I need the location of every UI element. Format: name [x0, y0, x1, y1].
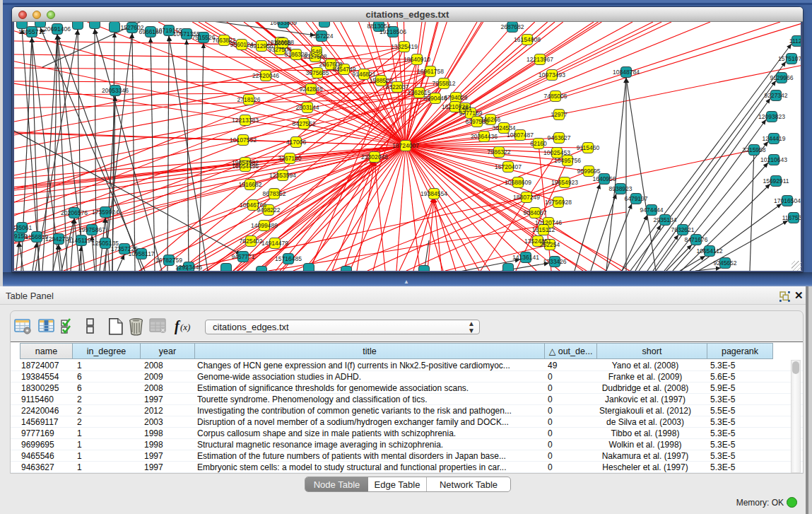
svg-text:7986322: 7986322	[487, 148, 510, 156]
svg-text:1244419: 1244419	[762, 135, 785, 142]
svg-text:23302045: 23302045	[361, 153, 388, 160]
svg-text:10688609: 10688609	[505, 179, 531, 186]
svg-text:12213967: 12213967	[526, 56, 553, 63]
svg-text:14055712: 14055712	[18, 28, 45, 35]
svg-text:9115460: 9115460	[577, 144, 600, 151]
svg-text:8427552: 8427552	[292, 120, 315, 127]
svg-text:12923446: 12923446	[175, 264, 202, 271]
svg-text:1640956: 1640956	[592, 175, 616, 182]
svg-text:3624534: 3624534	[492, 124, 515, 132]
svg-text:9245652: 9245652	[713, 259, 736, 267]
svg-text:746266: 746266	[481, 116, 501, 123]
svg-text:7485005: 7485005	[543, 93, 567, 100]
svg-text:18640910: 18640910	[404, 56, 430, 63]
svg-text:18724007: 18724007	[392, 142, 419, 149]
svg-text:12213383: 12213383	[232, 117, 259, 124]
svg-text:10807487: 10807487	[507, 132, 534, 139]
svg-text:16654496: 16654496	[232, 163, 259, 170]
svg-text:11127: 11127	[789, 37, 801, 45]
svg-text:16154808: 16154808	[514, 36, 541, 43]
svg-text:3215958: 3215958	[742, 146, 765, 153]
svg-text:7625402: 7625402	[239, 238, 262, 245]
svg-text:14136141: 14136141	[512, 254, 539, 261]
svg-text:1167534: 1167534	[782, 214, 801, 221]
svg-text:16782759: 16782759	[155, 257, 182, 264]
svg-text:6794028: 6794028	[444, 94, 467, 101]
svg-text:12977: 12977	[551, 111, 567, 118]
svg-text:1733426: 1733426	[543, 258, 566, 265]
svg-text:9084067: 9084067	[523, 209, 546, 216]
svg-text:6479197: 6479197	[624, 195, 647, 202]
svg-text:546: 546	[312, 48, 322, 55]
svg-text:12093823: 12093823	[758, 113, 785, 120]
svg-text:22420046: 22420046	[252, 72, 279, 79]
svg-text:2935134: 2935134	[653, 216, 676, 223]
svg-text:9699695: 9699695	[577, 168, 600, 175]
svg-text:19756928: 19756928	[545, 199, 572, 206]
svg-text:417006: 417006	[286, 139, 307, 146]
svg-text:17359924: 17359924	[92, 209, 119, 216]
svg-text:16058: 16058	[274, 40, 291, 47]
svg-text:16495756: 16495756	[554, 157, 581, 164]
svg-text:1615112: 1615112	[532, 226, 555, 233]
svg-text:20364436: 20364436	[471, 133, 498, 140]
svg-text:18807249: 18807249	[513, 194, 540, 201]
svg-text:20206576: 20206576	[61, 209, 88, 216]
svg-text:8322037: 8322037	[385, 83, 408, 90]
svg-text:9463627: 9463627	[547, 134, 570, 141]
svg-text:435061: 435061	[14, 224, 32, 231]
svg-text:15692911: 15692911	[763, 177, 789, 185]
svg-text:1916682: 1916682	[238, 181, 261, 188]
svg-text:20053346: 20053346	[102, 87, 129, 94]
svg-text:9474444: 9474444	[640, 206, 663, 214]
svg-text:10848784: 10848784	[613, 69, 640, 76]
svg-text:62160: 62160	[530, 140, 547, 147]
svg-text:252254: 252254	[540, 241, 560, 248]
svg-text:19975867: 19975867	[78, 226, 105, 233]
svg-text:3675685: 3675685	[305, 69, 329, 76]
svg-text:20691406: 20691406	[44, 25, 71, 33]
svg-text:11451194: 11451194	[69, 237, 95, 244]
svg-text:10973493: 10973493	[539, 71, 565, 78]
svg-text:9242848: 9242848	[299, 86, 322, 93]
svg-text:14099489: 14099489	[251, 222, 278, 229]
svg-text:17016504: 17016504	[774, 197, 801, 204]
svg-text:13325419: 13325419	[391, 43, 418, 50]
svg-text:10654112: 10654112	[696, 247, 722, 255]
svg-text:10107552: 10107552	[230, 136, 257, 144]
svg-text:10120746: 10120746	[535, 219, 562, 226]
svg-text:19654923: 19654923	[551, 179, 578, 186]
svg-text:8454749: 8454749	[332, 66, 355, 73]
svg-text:16961758: 16961758	[417, 68, 444, 75]
svg-text:14914479: 14914479	[261, 240, 288, 247]
svg-text:19218506: 19218506	[379, 28, 406, 35]
svg-text:15720407: 15720407	[495, 163, 522, 170]
svg-text:7632621: 7632621	[671, 226, 694, 233]
svg-text:9498222: 9498222	[257, 206, 280, 214]
svg-text:10958117: 10958117	[128, 250, 154, 257]
svg-text:15716485: 15716485	[275, 255, 302, 262]
svg-text:9457771: 9457771	[231, 253, 254, 260]
svg-text:2803144: 2803144	[295, 104, 319, 111]
svg-text:7357224: 7357224	[310, 33, 333, 40]
svg-text:2718126: 2718126	[237, 96, 260, 103]
svg-text:3267130: 3267130	[278, 155, 301, 162]
svg-text:(x): (x)	[180, 322, 190, 332]
svg-text:15751074: 15751074	[778, 55, 801, 62]
svg-text:10025453: 10025453	[543, 149, 570, 156]
svg-text:16033809: 16033809	[270, 22, 297, 26]
svg-text:8938923: 8938923	[608, 185, 632, 192]
svg-text:10210643: 10210643	[760, 156, 787, 163]
svg-text:7955812: 7955812	[432, 80, 455, 87]
svg-text:8678352: 8678352	[262, 190, 286, 197]
svg-text:9777169: 9777169	[459, 110, 482, 117]
svg-text:2687682: 2687682	[500, 23, 524, 30]
svg-text:9129966: 9129966	[770, 74, 793, 81]
svg-text:8471676: 8471676	[684, 236, 707, 243]
svg-text:12353594: 12353594	[269, 172, 296, 179]
svg-text:9227342: 9227342	[764, 92, 787, 99]
svg-text:19384554: 19384554	[420, 190, 447, 197]
